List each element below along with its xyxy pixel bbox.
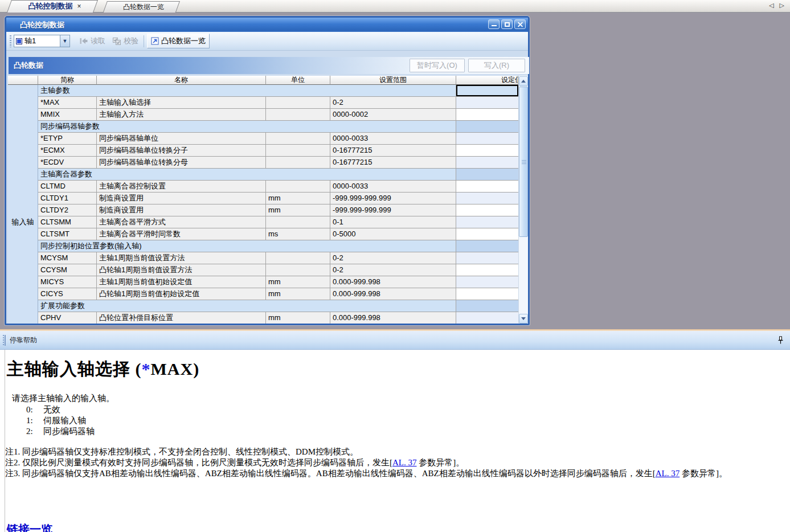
setting-value-cell[interactable] — [456, 264, 518, 276]
abbr-cell[interactable]: CICYS — [38, 288, 97, 300]
abbr-cell[interactable]: CLTDY1 — [38, 193, 97, 204]
setting-value-cell[interactable] — [456, 240, 518, 252]
abbr-cell[interactable]: CLTMD — [38, 181, 97, 193]
abbr-cell[interactable]: *MAX — [38, 97, 97, 109]
tab-cam-control-data[interactable]: 凸轮控制数据 × — [11, 0, 98, 13]
vertical-scrollbar[interactable] — [518, 76, 528, 324]
unit-cell[interactable] — [266, 145, 330, 157]
toolbar-grip-handle[interactable] — [10, 35, 11, 47]
setting-value-cell[interactable] — [456, 97, 518, 109]
selected-setting-cell[interactable] — [456, 85, 518, 97]
axis-select-combobox[interactable]: 轴1 ▼ — [14, 35, 70, 47]
range-cell[interactable]: 0-2 — [330, 97, 456, 109]
chevron-down-icon[interactable]: ▼ — [60, 35, 69, 47]
setting-value-cell[interactable] — [456, 145, 518, 157]
alarm-link[interactable]: AL. 37 — [392, 458, 417, 467]
scroll-up-button[interactable] — [519, 76, 528, 86]
abbr-cell[interactable]: CCYSM — [38, 264, 97, 276]
range-cell[interactable]: 0000-0033 — [330, 133, 456, 145]
name-cell[interactable]: 同步编码器轴单位转换分子 — [97, 145, 266, 157]
range-cell[interactable]: -999.999-999.999 — [330, 204, 456, 216]
name-cell[interactable]: 凸轮轴1周期当前值设置方法 — [97, 264, 266, 276]
group-label-cell[interactable]: 主轴离合器参数 — [38, 169, 456, 181]
tab-scroll-right-icon[interactable]: ▷ — [780, 2, 784, 9]
range-cell[interactable]: 0-1 — [330, 216, 456, 228]
setting-value-cell[interactable] — [456, 121, 518, 133]
name-cell[interactable]: 主轴离合器控制设置 — [97, 181, 266, 193]
name-cell[interactable]: 凸轮位置补偿目标位置 — [97, 312, 266, 324]
name-cell[interactable]: 主轴输入方法 — [97, 109, 266, 121]
unit-cell[interactable]: ms — [266, 228, 330, 240]
scroll-down-button[interactable] — [519, 314, 528, 324]
setting-value-cell[interactable] — [456, 204, 518, 216]
read-button[interactable]: 读取 — [76, 34, 109, 48]
unit-cell[interactable]: mm — [266, 312, 330, 324]
range-cell[interactable]: 0-16777215 — [330, 157, 456, 169]
abbr-cell[interactable]: CLTDY2 — [38, 204, 97, 216]
name-cell[interactable]: 主轴离合器平滑时间常数 — [97, 228, 266, 240]
name-cell[interactable]: 同步编码器轴单位转换分母 — [97, 157, 266, 169]
pin-icon[interactable] — [777, 336, 784, 345]
setting-value-cell[interactable] — [456, 157, 518, 169]
setting-value-cell[interactable] — [456, 228, 518, 240]
range-cell[interactable]: 0000-0033 — [330, 181, 456, 193]
range-cell[interactable]: 0.000-999.998 — [330, 276, 456, 288]
cam-data-list-button[interactable]: 凸轮数据一览 — [147, 34, 210, 48]
setting-value-cell[interactable] — [456, 109, 518, 121]
setting-value-cell[interactable] — [456, 193, 518, 204]
range-cell[interactable]: 0.000-999.998 — [330, 288, 456, 300]
name-cell[interactable]: 制造商设置用 — [97, 204, 266, 216]
abbr-cell[interactable]: *ETYP — [38, 133, 97, 145]
unit-cell[interactable] — [266, 109, 330, 121]
name-cell[interactable]: 主轴1周期当前值初始设定值 — [97, 276, 266, 288]
range-cell[interactable]: 0-16777215 — [330, 145, 456, 157]
tab-scroll-left-icon[interactable]: ◁ — [769, 2, 773, 9]
unit-cell[interactable]: mm — [266, 276, 330, 288]
unit-cell[interactable] — [266, 181, 330, 193]
abbr-cell[interactable]: MCYSM — [38, 252, 97, 264]
close-button[interactable] — [514, 19, 526, 29]
unit-cell[interactable]: mm — [266, 288, 330, 300]
setting-value-cell[interactable] — [456, 300, 518, 312]
unit-cell[interactable] — [266, 216, 330, 228]
range-cell[interactable]: 0.000-999.998 — [330, 312, 456, 324]
scrollbar-thumb[interactable] — [519, 87, 528, 237]
unit-cell[interactable]: mm — [266, 204, 330, 216]
name-cell[interactable]: 主轴输入轴选择 — [97, 97, 266, 109]
setting-value-cell[interactable] — [456, 276, 518, 288]
abbr-cell[interactable]: MICYS — [38, 276, 97, 288]
tab-close-icon[interactable]: × — [77, 2, 81, 10]
setting-value-cell[interactable] — [456, 216, 518, 228]
docking-help-titlebar[interactable]: 停靠帮助 — [0, 331, 790, 350]
group-label-cell[interactable]: 主轴参数 — [38, 85, 456, 97]
range-cell[interactable]: 0000-0002 — [330, 109, 456, 121]
name-cell[interactable]: 主轴1周期当前值设置方法 — [97, 252, 266, 264]
abbr-cell[interactable]: CLTSMM — [38, 216, 97, 228]
unit-cell[interactable] — [266, 97, 330, 109]
range-cell[interactable]: 0-5000 — [330, 228, 456, 240]
temporary-write-button[interactable]: 暂时写入(O) — [410, 59, 465, 72]
range-cell[interactable]: 0-2 — [330, 264, 456, 276]
setting-value-cell[interactable] — [456, 181, 518, 193]
name-cell[interactable]: 同步编码器轴单位 — [97, 133, 266, 145]
setting-value-cell[interactable] — [456, 169, 518, 181]
name-cell[interactable]: 主轴离合器平滑方式 — [97, 216, 266, 228]
verify-button[interactable]: 校验 — [109, 34, 142, 48]
dock-grip-handle[interactable] — [3, 335, 4, 346]
unit-cell[interactable]: mm — [266, 193, 330, 204]
setting-value-cell[interactable] — [456, 133, 518, 145]
setting-value-cell[interactable] — [456, 252, 518, 264]
setting-value-cell[interactable] — [456, 312, 518, 324]
unit-cell[interactable] — [266, 157, 330, 169]
abbr-cell[interactable]: CLTSMT — [38, 228, 97, 240]
window-titlebar[interactable]: 凸轮控制数据 — [6, 18, 528, 32]
name-cell[interactable]: 凸轮轴1周期当前值初始设定值 — [97, 288, 266, 300]
abbr-cell[interactable]: CPHV — [38, 312, 97, 324]
abbr-cell[interactable]: *ECMX — [38, 145, 97, 157]
maximize-button[interactable] — [501, 19, 513, 29]
group-label-cell[interactable]: 同步编码器轴参数 — [38, 121, 456, 133]
minimize-button[interactable] — [488, 19, 500, 29]
unit-cell[interactable] — [266, 133, 330, 145]
tab-cam-data-list[interactable]: 凸轮数据一览 — [107, 1, 180, 13]
unit-cell[interactable] — [266, 252, 330, 264]
